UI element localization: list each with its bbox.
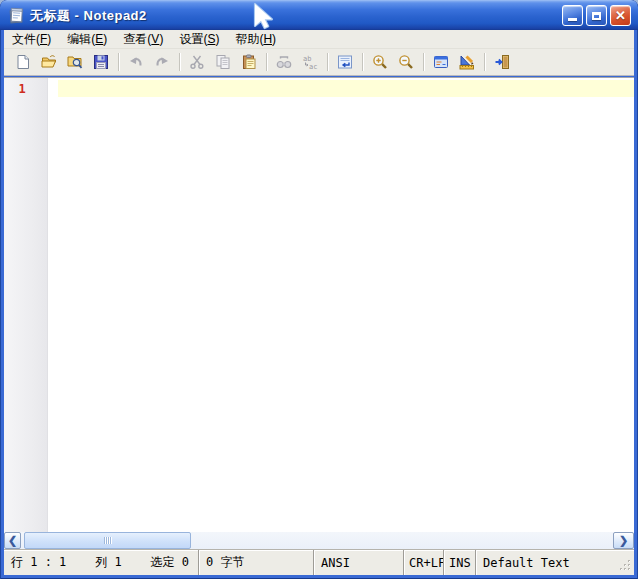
zoom-in-icon (372, 54, 388, 70)
save-floppy-icon (93, 54, 109, 70)
new-file-icon (15, 54, 31, 70)
line-number: 1 (4, 82, 40, 96)
select-scheme-button[interactable] (428, 50, 454, 74)
window-title: 无标题 - Notepad2 (30, 0, 147, 30)
status-insert-mode[interactable]: INS (443, 550, 475, 575)
svg-text:ac: ac (309, 63, 317, 71)
minimize-button[interactable] (562, 5, 583, 26)
menu-help[interactable]: 帮助(H) (227, 30, 284, 48)
word-wrap-button[interactable] (332, 50, 358, 74)
copy-button[interactable] (210, 50, 236, 74)
chevron-left-icon: ❮ (8, 535, 17, 546)
zoom-out-icon (398, 54, 414, 70)
scroll-left-button[interactable]: ❮ (4, 532, 21, 549)
paste-button[interactable] (236, 50, 262, 74)
toolbar-separator (327, 53, 328, 71)
toolbar-separator (362, 53, 363, 71)
resize-grip[interactable] (619, 559, 632, 572)
toolbar-separator (266, 53, 267, 71)
toolbar-separator (484, 53, 485, 71)
status-line-ending[interactable]: CR+LF (403, 550, 443, 575)
status-byte-count: 0 字节 (198, 550, 313, 575)
browse-files-button[interactable] (62, 50, 88, 74)
status-scheme[interactable]: Default Text (475, 550, 634, 575)
zoom-out-button[interactable] (393, 50, 419, 74)
horizontal-scrollbar[interactable]: ❮ ❯ (4, 532, 634, 549)
open-folder-icon (41, 54, 57, 70)
scheme-panel-icon (433, 54, 449, 70)
toolbar: ab ac (4, 49, 634, 76)
copy-icon (215, 54, 231, 70)
cut-scissors-icon (189, 54, 205, 70)
selection-margin[interactable] (48, 78, 58, 532)
menu-view[interactable]: 查看(V) (115, 30, 171, 48)
undo-button[interactable] (123, 50, 149, 74)
close-icon: ✕ (615, 9, 626, 22)
redo-icon (154, 54, 170, 70)
toolbar-separator (423, 53, 424, 71)
toolbar-separator (179, 53, 180, 71)
replace-icon: ab ac (302, 54, 318, 70)
exit-door-icon (494, 54, 510, 70)
replace-button[interactable]: ab ac (297, 50, 323, 74)
customize-ruler-pencil-icon (459, 54, 475, 70)
scrollbar-thumb[interactable] (24, 532, 191, 549)
find-binoculars-icon (276, 54, 292, 70)
menu-edit[interactable]: 编辑(E) (59, 30, 115, 48)
redo-button[interactable] (149, 50, 175, 74)
minimize-icon (568, 18, 577, 21)
save-file-button[interactable] (88, 50, 114, 74)
exit-button[interactable] (489, 50, 515, 74)
line-number-margin[interactable]: 1 (4, 78, 48, 532)
toolbar-separator (118, 53, 119, 71)
maximize-button[interactable] (586, 5, 607, 26)
close-button[interactable]: ✕ (610, 5, 631, 26)
editor-area: 1 (4, 77, 634, 532)
word-wrap-icon (337, 54, 353, 70)
open-file-button[interactable] (36, 50, 62, 74)
maximize-icon (592, 12, 601, 20)
status-caret-position[interactable]: 行 1 : 1 列 1 选定 0 (4, 550, 198, 575)
customize-schemes-button[interactable] (454, 50, 480, 74)
current-line-highlight (58, 80, 634, 97)
cut-button[interactable] (184, 50, 210, 74)
status-encoding[interactable]: ANSI (313, 550, 403, 575)
zoom-in-button[interactable] (367, 50, 393, 74)
menu-file[interactable]: 文件(F) (4, 30, 59, 48)
scroll-right-button[interactable]: ❯ (613, 532, 634, 549)
notepad2-app-icon[interactable] (7, 6, 25, 24)
window-controls: ✕ (562, 5, 631, 26)
status-bar: 行 1 : 1 列 1 选定 0 0 字节 ANSI CR+LF INS Def… (4, 549, 634, 575)
notepad2-window: 无标题 - Notepad2 ✕ 文件(F) 编辑(E) 查看(V) 设置(S)… (0, 0, 638, 579)
chevron-right-icon: ❯ (619, 535, 628, 546)
browse-folder-icon (67, 54, 83, 70)
new-file-button[interactable] (10, 50, 36, 74)
text-editor[interactable] (58, 78, 634, 532)
title-bar[interactable]: 无标题 - Notepad2 ✕ (0, 0, 638, 30)
thumb-grip (104, 537, 105, 544)
menu-settings[interactable]: 设置(S) (171, 30, 227, 48)
menu-bar: 文件(F) 编辑(E) 查看(V) 设置(S) 帮助(H) (4, 30, 634, 49)
paste-clipboard-icon (241, 54, 257, 70)
undo-icon (128, 54, 144, 70)
find-button[interactable] (271, 50, 297, 74)
